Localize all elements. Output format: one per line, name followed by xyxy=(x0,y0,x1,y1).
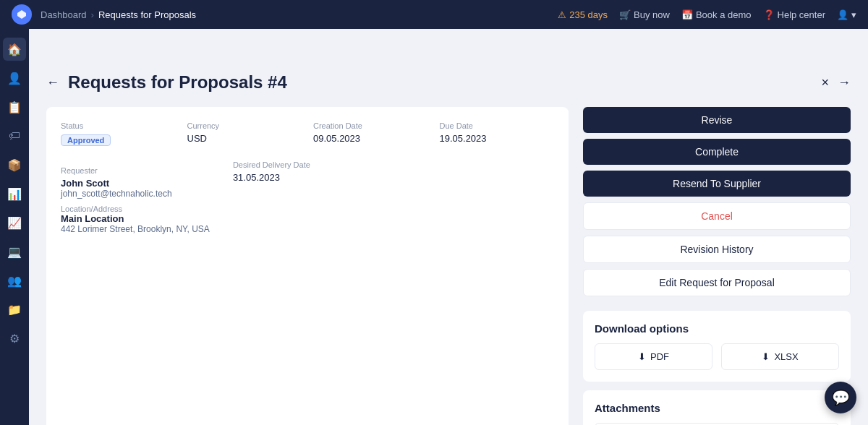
chevron-down-icon: ▾ xyxy=(851,9,856,20)
download-icon-xlsx: ⬇ xyxy=(762,351,770,362)
requester-delivery-row: Requester John Scott john_scott@technaho… xyxy=(61,160,554,234)
resend-supplier-button[interactable]: Resend To Supplier xyxy=(583,171,851,197)
page-header-actions: × → xyxy=(821,75,851,90)
requester-section: Requester John Scott john_scott@technaho… xyxy=(61,166,210,234)
svg-marker-0 xyxy=(17,10,26,19)
action-buttons: Revise Complete Resend To Supplier Cance… xyxy=(583,107,851,302)
status-group: Status Approved xyxy=(61,121,176,146)
download-section: Download options ⬇ PDF ⬇ XLSX xyxy=(583,311,851,382)
sidebar-item-settings[interactable]: ⚙ xyxy=(3,327,26,350)
revise-button[interactable]: Revise xyxy=(583,107,851,133)
sidebar-item-proposals[interactable]: 📋 xyxy=(3,95,26,119)
page-title: Requests for Proposals #4 xyxy=(68,72,812,93)
location-label: Location/Address xyxy=(61,205,210,213)
sidebar-item-monitor[interactable]: 💻 xyxy=(3,240,26,263)
delivery-date-label: Desired Delivery Date xyxy=(233,160,310,169)
user-icon: 👤 xyxy=(837,9,848,20)
help-icon: ❓ xyxy=(763,9,775,20)
status-label: Status xyxy=(61,121,176,130)
creation-date-group: Creation Date 09.05.2023 xyxy=(313,121,428,146)
sidebar-item-packages[interactable]: 📦 xyxy=(3,153,26,176)
next-button[interactable]: → xyxy=(838,75,851,90)
sidebar: 🏠 👤 📋 🏷 📦 📊 📈 💻 👥 📁 ⚙ xyxy=(0,29,29,425)
pdf-download-button[interactable]: ⬇ PDF xyxy=(595,343,712,370)
sidebar-item-files[interactable]: 📁 xyxy=(3,298,26,321)
download-icon-pdf: ⬇ xyxy=(638,351,646,362)
status-badge: Approved xyxy=(61,134,111,146)
page-header: ← Requests for Proposals #4 × → xyxy=(46,72,851,93)
sidebar-item-analytics[interactable]: 📈 xyxy=(3,211,26,234)
download-title: Download options xyxy=(595,322,839,335)
sidebar-item-charts[interactable]: 📊 xyxy=(3,182,26,205)
due-date-label: Due Date xyxy=(440,121,555,130)
xlsx-download-button[interactable]: ⬇ XLSX xyxy=(721,343,839,370)
currency-group: Currency USD xyxy=(187,121,302,146)
creation-date-label: Creation Date xyxy=(313,121,428,130)
user-menu-button[interactable]: 👤 ▾ xyxy=(837,9,856,20)
logo[interactable] xyxy=(12,4,32,25)
close-button[interactable]: × xyxy=(821,75,829,90)
delivery-date-value: 31.05.2023 xyxy=(233,172,310,183)
location-address: 442 Lorimer Street, Brooklyn, NY, USA xyxy=(61,224,210,234)
attachments-section: Attachments ⊕ Add attachments xyxy=(583,390,851,425)
chat-icon: 💬 xyxy=(832,389,850,406)
cancel-button[interactable]: Cancel xyxy=(583,202,851,230)
help-center-button[interactable]: ❓ Help center xyxy=(763,9,825,20)
calendar-icon: 📅 xyxy=(681,9,693,20)
sidebar-item-team[interactable]: 👥 xyxy=(3,269,26,292)
trial-warning[interactable]: ⚠ 235 days xyxy=(558,9,608,20)
buy-now-button[interactable]: 🛒 Buy now xyxy=(619,9,670,20)
location-name: Main Location xyxy=(61,213,210,224)
top-nav: Dashboard › Requests for Proposals ⚠ 235… xyxy=(0,0,868,29)
requester-name: John Scott xyxy=(61,178,210,189)
delivery-section: Desired Delivery Date 31.05.2023 xyxy=(233,160,310,234)
left-panel: Status Approved Currency USD Creation Da… xyxy=(46,107,569,425)
right-panel: Revise Complete Resend To Supplier Cance… xyxy=(583,107,851,425)
attachments-title: Attachments xyxy=(595,402,839,414)
warning-icon: ⚠ xyxy=(558,9,566,20)
breadcrumb: Dashboard › Requests for Proposals xyxy=(41,9,196,20)
requester-email: john_scott@technaholic.tech xyxy=(61,189,210,199)
complete-button[interactable]: Complete xyxy=(583,139,851,165)
info-grid: Status Approved Currency USD Creation Da… xyxy=(61,121,554,146)
topnav-right: ⚠ 235 days 🛒 Buy now 📅 Book a demo ❓ Hel… xyxy=(558,9,856,20)
due-date-group: Due Date 19.05.2023 xyxy=(440,121,555,146)
chat-bubble[interactable]: 💬 xyxy=(825,382,856,413)
download-buttons: ⬇ PDF ⬇ XLSX xyxy=(595,343,839,370)
main-content: ← Requests for Proposals #4 × → Status A… xyxy=(29,58,868,425)
back-button[interactable]: ← xyxy=(46,75,59,90)
sidebar-item-home[interactable]: 🏠 xyxy=(3,38,26,61)
sidebar-item-tags[interactable]: 🏷 xyxy=(3,124,26,147)
currency-label: Currency xyxy=(187,121,302,130)
due-date-value: 19.05.2023 xyxy=(440,133,555,144)
creation-date-value: 09.05.2023 xyxy=(313,133,428,144)
book-demo-button[interactable]: 📅 Book a demo xyxy=(681,9,752,20)
sidebar-item-users[interactable]: 👤 xyxy=(3,66,26,90)
currency-value: USD xyxy=(187,133,302,144)
revision-history-button[interactable]: Revision History xyxy=(583,236,851,263)
breadcrumb-current: Requests for Proposals xyxy=(98,9,196,20)
edit-request-button[interactable]: Edit Request for Proposal xyxy=(583,269,851,296)
content-wrapper: Status Approved Currency USD Creation Da… xyxy=(46,107,851,425)
cart-icon: 🛒 xyxy=(619,9,631,20)
requester-label: Requester xyxy=(61,166,210,175)
